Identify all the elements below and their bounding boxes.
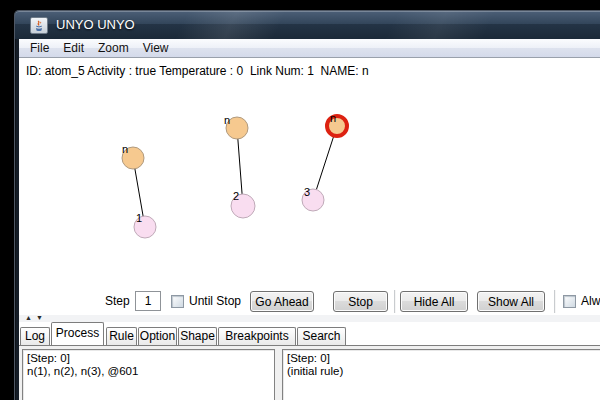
- app-window: UNYO UNYO File Edit Zoom View ID: atom_5…: [14, 10, 600, 400]
- desktop-background: UNYO UNYO File Edit Zoom View ID: atom_5…: [0, 0, 600, 400]
- show-all-button[interactable]: Show All: [477, 291, 545, 312]
- node-label: 2: [233, 190, 239, 202]
- menu-bar: File Edit Zoom View: [19, 39, 600, 58]
- control-bar: Step Until Stop Go Ahead Stop Hide All S…: [19, 288, 600, 315]
- tab-option[interactable]: Option: [138, 327, 177, 345]
- node-label: 1: [136, 212, 142, 224]
- java-coffee-glyph: [33, 20, 45, 32]
- window-title: UNYO UNYO: [56, 17, 135, 32]
- hide-all-button[interactable]: Hide All: [400, 291, 468, 312]
- process-left-pane[interactable]: [Step: 0] n(1), n(2), n(3), @601: [22, 349, 275, 400]
- java-coffee-icon[interactable]: [30, 17, 48, 34]
- menu-view[interactable]: View: [136, 39, 176, 57]
- process-right-pane[interactable]: [Step: 0] (initial rule): [282, 349, 600, 400]
- toolbar-separator: [554, 290, 555, 313]
- tab-search[interactable]: Search: [297, 327, 346, 345]
- split-expand-icon[interactable]: ▲: [25, 314, 32, 321]
- split-pane-divider[interactable]: ▲ ▼: [19, 315, 600, 322]
- tab-process[interactable]: Process: [51, 322, 104, 345]
- step-header: [Step: 0]: [287, 352, 600, 365]
- node-label: 3: [304, 186, 310, 198]
- menu-zoom[interactable]: Zoom: [91, 39, 136, 57]
- title-bar[interactable]: UNYO UNYO: [15, 11, 600, 39]
- step-input[interactable]: [135, 291, 161, 311]
- process-tab-panel: [Step: 0] n(1), n(2), n(3), @601 [Step: …: [19, 345, 600, 400]
- tab-rule[interactable]: Rule: [106, 327, 137, 345]
- tab-strip: Log Process Rule Option Shape Breakpoint…: [19, 322, 600, 345]
- tab-shape[interactable]: Shape: [178, 327, 217, 345]
- tab-log[interactable]: Log: [20, 327, 50, 345]
- process-text: n(1), n(2), n(3), @601: [27, 365, 270, 378]
- stop-button[interactable]: Stop: [333, 291, 388, 312]
- menu-edit[interactable]: Edit: [56, 39, 91, 57]
- until-stop-label: Until Stop: [189, 294, 241, 308]
- split-collapse-icon[interactable]: ▼: [36, 314, 43, 321]
- step-header: [Step: 0]: [27, 352, 270, 365]
- step-label: Step: [105, 294, 130, 308]
- node-label: n: [330, 112, 336, 124]
- until-stop-checkbox[interactable]: [171, 295, 184, 308]
- tab-breakpoints[interactable]: Breakpoints: [218, 327, 296, 345]
- graph-canvas[interactable]: n1n2n3: [19, 58, 600, 288]
- main-content: ID: atom_5 Activity : true Temperature :…: [19, 58, 600, 400]
- always-checkbox[interactable]: [563, 295, 576, 308]
- node-label: n: [224, 114, 230, 126]
- toolbar-separator: [394, 290, 395, 313]
- node-label: n: [122, 143, 128, 155]
- rule-text: (initial rule): [287, 365, 600, 378]
- go-ahead-button[interactable]: Go Ahead: [250, 291, 314, 312]
- menu-file[interactable]: File: [23, 39, 56, 57]
- always-label: Alw: [581, 294, 600, 308]
